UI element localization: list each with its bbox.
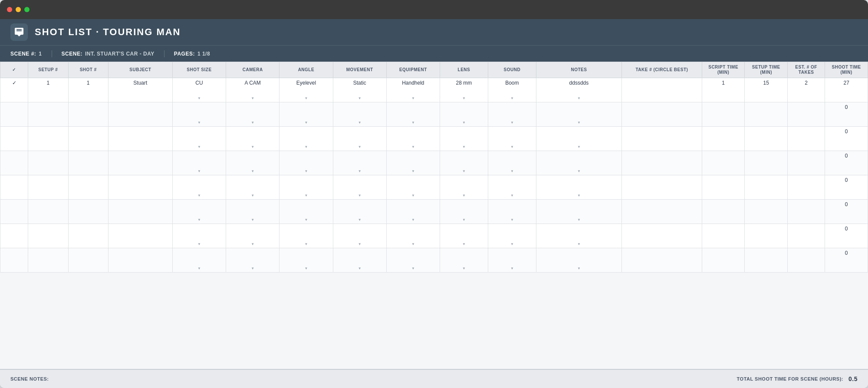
cell-shotsize[interactable]: ▼ <box>172 224 226 248</box>
cell-lens[interactable]: ▼ <box>440 248 488 273</box>
dropdown-arrow-icon[interactable]: ▼ <box>411 242 415 246</box>
cell-setup-time[interactable] <box>745 200 788 224</box>
cell-movement[interactable]: ▼ <box>333 102 386 127</box>
cell-subject[interactable] <box>108 175 172 200</box>
cell-camera[interactable]: ▼ <box>226 224 279 248</box>
dropdown-arrow-icon[interactable]: ▼ <box>251 169 254 173</box>
cell-setup-time[interactable] <box>745 102 788 127</box>
table-row[interactable]: ▼▼▼▼▼▼▼▼0 <box>0 200 868 224</box>
dropdown-arrow-icon[interactable]: ▼ <box>197 169 201 173</box>
cell-script-time[interactable] <box>702 224 745 248</box>
cell-setup[interactable] <box>28 224 68 248</box>
dropdown-arrow-icon[interactable]: ▼ <box>510 121 514 125</box>
cell-equipment[interactable]: ▼ <box>386 102 440 127</box>
dropdown-arrow-icon[interactable]: ▼ <box>411 96 415 100</box>
cell-take[interactable] <box>621 224 702 248</box>
cell-check[interactable] <box>0 200 28 224</box>
cell-shot[interactable]: 1 <box>68 78 108 102</box>
dropdown-arrow-icon[interactable]: ▼ <box>197 145 201 149</box>
cell-shot[interactable] <box>68 127 108 151</box>
cell-movement[interactable]: ▼ <box>333 151 386 175</box>
cell-angle[interactable]: ▼ <box>279 175 333 200</box>
cell-equipment[interactable]: ▼ <box>386 248 440 273</box>
cell-shot[interactable] <box>68 248 108 273</box>
cell-setup-time[interactable] <box>745 127 788 151</box>
dropdown-arrow-icon[interactable]: ▼ <box>251 266 254 270</box>
cell-subject[interactable] <box>108 102 172 127</box>
cell-equipment[interactable]: Handheld▼ <box>386 78 440 102</box>
cell-camera[interactable]: ▼ <box>226 151 279 175</box>
cell-notes[interactable]: ▼ <box>536 102 621 127</box>
cell-shoot-time[interactable]: 0 <box>825 248 868 273</box>
dropdown-arrow-icon[interactable]: ▼ <box>304 96 308 100</box>
dropdown-arrow-icon[interactable]: ▼ <box>304 169 308 173</box>
cell-take[interactable] <box>621 175 702 200</box>
cell-sound[interactable]: Boom▼ <box>488 78 536 102</box>
cell-notes[interactable]: ▼ <box>536 248 621 273</box>
cell-setup-time[interactable]: 15 <box>745 78 788 102</box>
cell-subject[interactable] <box>108 127 172 151</box>
cell-lens[interactable]: ▼ <box>440 200 488 224</box>
dropdown-arrow-icon[interactable]: ▼ <box>411 266 415 270</box>
dropdown-arrow-icon[interactable]: ▼ <box>577 145 581 149</box>
cell-lens[interactable]: ▼ <box>440 175 488 200</box>
dropdown-arrow-icon[interactable]: ▼ <box>304 266 308 270</box>
cell-shot[interactable] <box>68 175 108 200</box>
minimize-button[interactable] <box>16 7 21 12</box>
dropdown-arrow-icon[interactable]: ▼ <box>251 218 254 222</box>
dropdown-arrow-icon[interactable]: ▼ <box>462 194 466 197</box>
cell-shot[interactable] <box>68 151 108 175</box>
cell-est-takes[interactable] <box>788 248 825 273</box>
cell-est-takes[interactable] <box>788 127 825 151</box>
dropdown-arrow-icon[interactable]: ▼ <box>510 194 514 197</box>
dropdown-arrow-icon[interactable]: ▼ <box>411 194 415 197</box>
cell-setup[interactable] <box>28 127 68 151</box>
dropdown-arrow-icon[interactable]: ▼ <box>510 169 514 173</box>
cell-check[interactable] <box>0 224 28 248</box>
cell-take[interactable] <box>621 151 702 175</box>
dropdown-arrow-icon[interactable]: ▼ <box>577 266 581 270</box>
table-row[interactable]: ✓11StuartCU▼A CAM▼Eyelevel▼Static▼Handhe… <box>0 78 868 102</box>
dropdown-arrow-icon[interactable]: ▼ <box>251 121 254 125</box>
dropdown-arrow-icon[interactable]: ▼ <box>510 96 514 100</box>
cell-lens[interactable]: ▼ <box>440 224 488 248</box>
cell-est-takes[interactable]: 2 <box>788 78 825 102</box>
dropdown-arrow-icon[interactable]: ▼ <box>510 266 514 270</box>
dropdown-arrow-icon[interactable]: ▼ <box>462 242 466 246</box>
cell-shoot-time[interactable]: 0 <box>825 102 868 127</box>
table-container[interactable]: ✓ SETUP # SHOT # SUBJECT SHOT SIZE CAMER… <box>0 62 868 369</box>
dropdown-arrow-icon[interactable]: ▼ <box>358 121 362 125</box>
dropdown-arrow-icon[interactable]: ▼ <box>462 266 466 270</box>
cell-take[interactable] <box>621 248 702 273</box>
dropdown-arrow-icon[interactable]: ▼ <box>304 218 308 222</box>
cell-shotsize[interactable]: CU▼ <box>172 78 226 102</box>
cell-take[interactable] <box>621 78 702 102</box>
cell-shoot-time[interactable]: 0 <box>825 175 868 200</box>
cell-setup-time[interactable] <box>745 151 788 175</box>
cell-camera[interactable]: ▼ <box>226 248 279 273</box>
cell-setup-time[interactable] <box>745 175 788 200</box>
table-row[interactable]: ▼▼▼▼▼▼▼▼0 <box>0 175 868 200</box>
cell-angle[interactable]: ▼ <box>279 102 333 127</box>
cell-lens[interactable]: ▼ <box>440 102 488 127</box>
cell-shotsize[interactable]: ▼ <box>172 127 226 151</box>
dropdown-arrow-icon[interactable]: ▼ <box>251 96 254 100</box>
cell-take[interactable] <box>621 102 702 127</box>
cell-setup[interactable]: 1 <box>28 78 68 102</box>
dropdown-arrow-icon[interactable]: ▼ <box>577 218 581 222</box>
cell-check[interactable] <box>0 248 28 273</box>
cell-sound[interactable]: ▼ <box>488 127 536 151</box>
cell-subject[interactable] <box>108 200 172 224</box>
cell-movement[interactable]: ▼ <box>333 127 386 151</box>
dropdown-arrow-icon[interactable]: ▼ <box>197 96 201 100</box>
cell-setup[interactable] <box>28 151 68 175</box>
table-row[interactable]: ▼▼▼▼▼▼▼▼0 <box>0 127 868 151</box>
dropdown-arrow-icon[interactable]: ▼ <box>411 169 415 173</box>
dropdown-arrow-icon[interactable]: ▼ <box>358 194 362 197</box>
cell-take[interactable] <box>621 127 702 151</box>
cell-shoot-time[interactable]: 0 <box>825 200 868 224</box>
dropdown-arrow-icon[interactable]: ▼ <box>304 145 308 149</box>
cell-check[interactable] <box>0 175 28 200</box>
cell-script-time[interactable] <box>702 175 745 200</box>
dropdown-arrow-icon[interactable]: ▼ <box>358 145 362 149</box>
